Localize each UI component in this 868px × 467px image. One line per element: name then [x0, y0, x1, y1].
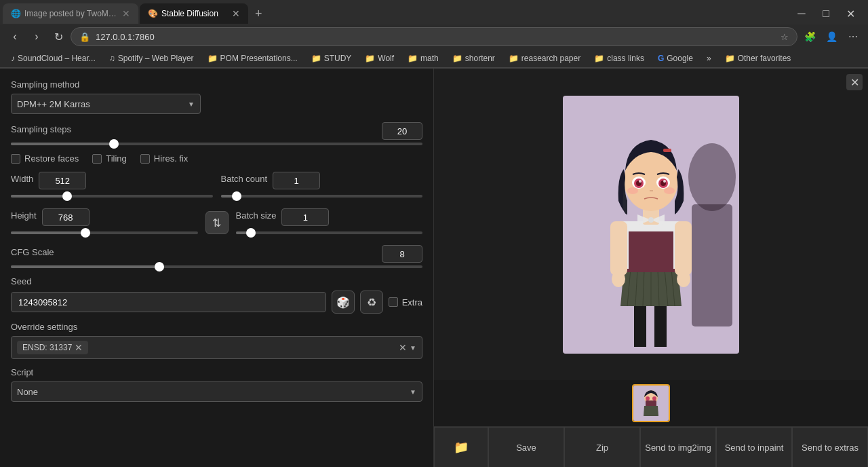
bookmark-google[interactable]: G Google	[652, 52, 698, 64]
override-actions: ✕ ▼	[399, 342, 416, 353]
bookmark-classlinks[interactable]: 📁 class links	[589, 52, 650, 64]
bookmark-shorten-label: shortenr	[465, 54, 495, 63]
width-input[interactable]	[39, 172, 86, 189]
batch-size-thumb[interactable]	[246, 228, 256, 238]
cfg-scale-thumb[interactable]	[155, 262, 164, 272]
bookmark-study[interactable]: 📁 STUDY	[306, 52, 357, 64]
bookmark-classlinks-label: class links	[607, 54, 644, 63]
bookmark-overflow[interactable]: »	[701, 52, 717, 64]
bookmark-pom[interactable]: 📁 POM Presentations...	[202, 52, 303, 64]
sampling-steps-thumb[interactable]	[109, 139, 119, 149]
bookmark-spotify[interactable]: ♫ Spotify – Web Player	[104, 52, 199, 64]
svg-rect-19	[663, 149, 671, 152]
tab-image-posted[interactable]: 🌐 Image posted by TwoMoreTimes... ✕	[3, 3, 138, 24]
bookmark-study-label: STUDY	[324, 54, 352, 63]
bottom-action-bar: 📁 Save Zip Send to img2img Send to inpai…	[434, 426, 868, 467]
batch-size-row: Batch size	[236, 208, 423, 226]
batch-count-thumb[interactable]	[232, 191, 241, 201]
sampling-steps-section: Sampling steps	[11, 122, 422, 145]
save-label: Save	[516, 443, 536, 453]
bookmark-math-label: math	[420, 54, 439, 63]
cfg-scale-input[interactable]	[382, 245, 422, 263]
back-button[interactable]: ‹	[5, 27, 24, 46]
batch-size-slider[interactable]	[236, 231, 423, 234]
sampling-steps-slider[interactable]	[11, 143, 422, 145]
height-slider[interactable]	[11, 231, 198, 234]
bookmark-math[interactable]: 📁 math	[402, 52, 444, 64]
window-close-button[interactable]: ✕	[841, 4, 860, 23]
address-bar[interactable]: 🔒 127.0.0.1:7860 ☆	[71, 27, 797, 46]
overflow-label: »	[707, 54, 711, 63]
hires-fix-checkbox[interactable]: Hires. fix	[140, 153, 189, 164]
extensions-button[interactable]: 🧩	[800, 27, 819, 46]
tiling-checkbox[interactable]: Tiling	[92, 153, 127, 164]
override-tag-ensd-label: ENSD: 31337	[22, 343, 72, 352]
main-layout: Sampling method DPM++ 2M Karras ▼ Sampli…	[0, 69, 868, 467]
send-img2img-button[interactable]: Send to img2img	[640, 427, 716, 467]
thumbnail-0-image	[633, 386, 669, 421]
bookmark-shorten[interactable]: 📁 shortenr	[447, 52, 500, 64]
maximize-button[interactable]: □	[816, 4, 835, 23]
restore-faces-checkbox[interactable]: Restore faces	[11, 153, 79, 164]
bookmark-wolf[interactable]: 📁 Wolf	[359, 52, 399, 64]
override-clear-button[interactable]: ✕	[399, 342, 407, 353]
folder-icon: 📁	[454, 440, 469, 455]
height-field-group: Height	[11, 208, 198, 237]
bookmark-soundcloud[interactable]: ♪ SoundCloud – Hear...	[5, 52, 101, 64]
send-extras-label: Send to extras	[802, 443, 859, 453]
svg-point-32	[646, 396, 650, 400]
width-thumb[interactable]	[62, 191, 72, 201]
dice-button[interactable]: 🎲	[332, 291, 355, 314]
refresh-button[interactable]: ↻	[49, 27, 68, 46]
override-tags-container[interactable]: ENSD: 31337 ✕ ✕ ▼	[11, 336, 422, 359]
height-thumb[interactable]	[81, 228, 90, 238]
batch-count-input[interactable]	[273, 172, 320, 189]
svg-point-26	[639, 180, 642, 183]
thumbnail-0[interactable]	[632, 384, 670, 422]
extra-box[interactable]	[389, 297, 398, 307]
close-image-button[interactable]: ✕	[846, 74, 863, 90]
tab1-close[interactable]: ✕	[122, 8, 130, 19]
restore-faces-box[interactable]	[11, 154, 20, 164]
recycle-button[interactable]: ♻	[360, 291, 383, 314]
tab2-close[interactable]: ✕	[232, 8, 240, 19]
sampling-steps-input[interactable]	[382, 122, 422, 140]
swap-dimensions-button[interactable]: ⇅	[205, 211, 229, 234]
browser-controls: ‹ › ↻ 🔒 127.0.0.1:7860 ☆ 🧩 👤 ⋯	[0, 24, 868, 49]
tab2-favicon: 🎨	[148, 9, 157, 18]
script-dropdown[interactable]: None ▼	[11, 381, 422, 402]
tab-stable-diffusion[interactable]: 🎨 Stable Diffusion ✕	[140, 3, 248, 24]
override-tag-ensd: ENSD: 31337 ✕	[17, 341, 88, 354]
seed-input[interactable]	[11, 292, 326, 312]
profile-button[interactable]: 👤	[822, 27, 841, 46]
hires-fix-box[interactable]	[140, 154, 150, 164]
star-icon: ☆	[781, 32, 789, 42]
save-button[interactable]: Save	[488, 427, 564, 467]
batch-size-input[interactable]	[281, 208, 329, 226]
height-input[interactable]	[42, 208, 90, 226]
shorten-icon: 📁	[452, 54, 462, 63]
new-tab-button[interactable]: +	[250, 4, 268, 24]
menu-button[interactable]: ⋯	[844, 27, 863, 46]
override-dropdown-arrow[interactable]: ▼	[410, 344, 416, 352]
cfg-scale-slider[interactable]	[11, 265, 422, 268]
sampling-method-dropdown[interactable]: DPM++ 2M Karras ▼	[11, 94, 201, 114]
bookmark-research[interactable]: 📁 reasearch paper	[503, 52, 586, 64]
tiling-box[interactable]	[92, 154, 102, 164]
forward-button[interactable]: ›	[27, 27, 46, 46]
override-tag-ensd-remove[interactable]: ✕	[75, 342, 83, 353]
width-slider[interactable]	[11, 195, 213, 198]
send-inpaint-button[interactable]: Send to inpaint	[716, 427, 792, 467]
send-extras-button[interactable]: Send to extras	[792, 427, 868, 467]
batch-size-field-group: Batch size	[236, 208, 423, 237]
batch-count-slider[interactable]	[221, 195, 423, 198]
sampling-steps-label: Sampling steps	[11, 124, 71, 134]
sampling-steps-input-wrap	[382, 122, 422, 140]
zip-button[interactable]: Zip	[564, 427, 640, 467]
extra-checkbox[interactable]: Extra	[389, 297, 422, 307]
google-icon: G	[658, 54, 664, 63]
bookmark-otherfav[interactable]: 📁 Other favorites	[719, 52, 797, 64]
folder-button[interactable]: 📁	[434, 427, 488, 467]
tab1-favicon: 🌐	[11, 9, 20, 18]
minimize-button[interactable]: ─	[792, 4, 811, 23]
